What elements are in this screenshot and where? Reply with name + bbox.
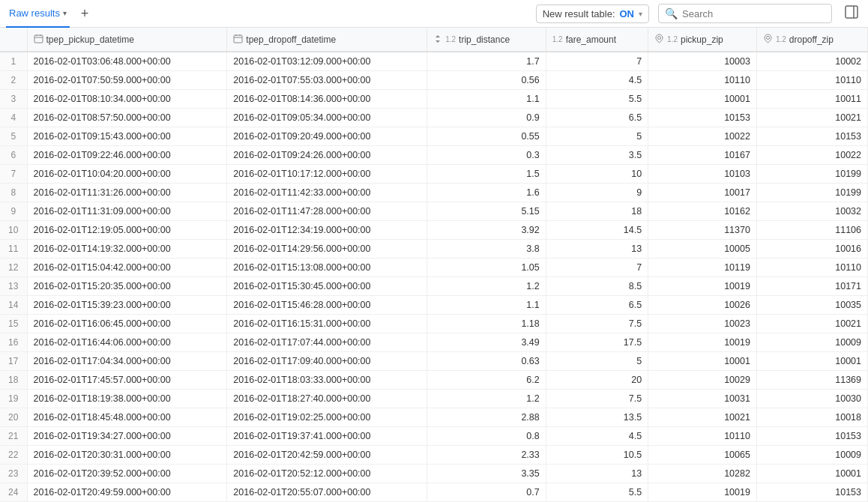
cell-dropoff-datetime: 2016-02-01T16:15:31.000+00:00 — [227, 315, 427, 333]
cell-dropoff-zip: 10153 — [756, 483, 867, 502]
cell-dropoff-zip: 10021 — [756, 109, 867, 127]
cell-pickup-datetime: 2016-02-01T11:31:26.000+00:00 — [27, 184, 227, 202]
cell-rownum: 23 — [0, 465, 27, 483]
cell-trip-distance: 6.2 — [427, 371, 546, 390]
cell-rownum: 21 — [0, 427, 27, 446]
col-header-dropoff-datetime[interactable]: tpep_dropoff_datetime — [227, 28, 427, 52]
cell-fare-amount: 5 — [546, 127, 648, 146]
table-row: 10 2016-02-01T12:19:05.000+00:00 2016-02… — [0, 221, 868, 240]
cell-fare-amount: 10.5 — [546, 446, 648, 465]
cell-pickup-datetime: 2016-02-01T10:04:20.000+00:00 — [27, 165, 227, 184]
table-header-row: tpep_pickup_datetime tpep_dropoff_dateti… — [0, 28, 868, 52]
cell-dropoff-datetime: 2016-02-01T17:07:44.000+00:00 — [227, 333, 427, 352]
cell-trip-distance: 3.8 — [427, 240, 546, 258]
panel-toggle-icon[interactable] — [841, 1, 862, 25]
table-row: 9 2016-02-01T11:31:09.000+00:00 2016-02-… — [0, 202, 868, 221]
cell-pickup-zip: 10031 — [648, 390, 757, 408]
cell-trip-distance: 5.15 — [427, 202, 546, 221]
cell-trip-distance: 3.92 — [427, 221, 546, 240]
cell-pickup-zip: 10001 — [648, 352, 757, 371]
table-row: 17 2016-02-01T17:04:34.000+00:00 2016-02… — [0, 352, 868, 371]
cell-pickup-datetime: 2016-02-01T18:19:38.000+00:00 — [27, 390, 227, 408]
cell-dropoff-datetime: 2016-02-01T18:03:33.000+00:00 — [227, 371, 427, 390]
cell-pickup-zip: 10003 — [648, 52, 757, 71]
cell-dropoff-zip: 10001 — [756, 352, 867, 371]
cell-pickup-datetime: 2016-02-01T20:49:59.000+00:00 — [27, 483, 227, 502]
col-header-trip-distance[interactable]: 1.2 trip_distance — [427, 28, 546, 52]
cell-rownum: 8 — [0, 184, 27, 202]
cell-trip-distance: 0.8 — [427, 427, 546, 446]
cell-fare-amount: 17.5 — [546, 333, 648, 352]
cell-dropoff-datetime: 2016-02-01T15:46:28.000+00:00 — [227, 296, 427, 315]
cell-pickup-datetime: 2016-02-01T16:44:06.000+00:00 — [27, 333, 227, 352]
col-label-dropoff-zip: dropoff_zip — [789, 34, 834, 45]
search-box[interactable]: 🔍 — [658, 4, 832, 23]
cell-fare-amount: 7 — [546, 258, 648, 277]
cell-pickup-zip: 10005 — [648, 240, 757, 258]
cell-fare-amount: 3.5 — [546, 146, 648, 165]
table-row: 18 2016-02-01T17:45:57.000+00:00 2016-02… — [0, 371, 868, 390]
cell-pickup-zip: 10153 — [648, 109, 757, 127]
cell-pickup-datetime: 2016-02-01T17:45:57.000+00:00 — [27, 371, 227, 390]
col-header-pickup-zip[interactable]: 1.2 pickup_zip — [648, 28, 757, 52]
toolbar: Raw results ▾ + New result table: ON ▾ 🔍 — [0, 0, 868, 28]
col-header-rownum — [0, 28, 27, 52]
cell-dropoff-zip: 10110 — [756, 258, 867, 277]
cell-rownum: 14 — [0, 296, 27, 315]
cell-fare-amount: 14.5 — [546, 221, 648, 240]
cell-rownum: 11 — [0, 240, 27, 258]
cell-trip-distance: 3.35 — [427, 465, 546, 483]
cell-pickup-zip: 10019 — [648, 483, 757, 502]
cell-dropoff-datetime: 2016-02-01T19:02:25.000+00:00 — [227, 408, 427, 427]
toolbar-right: New result table: ON ▾ 🔍 — [536, 1, 862, 25]
new-result-toggle[interactable]: New result table: ON ▾ — [536, 4, 649, 23]
table-row: 16 2016-02-01T16:44:06.000+00:00 2016-02… — [0, 333, 868, 352]
table-row: 13 2016-02-01T15:20:35.000+00:00 2016-02… — [0, 277, 868, 296]
cell-rownum: 24 — [0, 483, 27, 502]
cell-dropoff-datetime: 2016-02-01T15:13:08.000+00:00 — [227, 258, 427, 277]
table-row: 4 2016-02-01T08:57:50.000+00:00 2016-02-… — [0, 109, 868, 127]
cell-rownum: 3 — [0, 90, 27, 109]
table-row: 2 2016-02-01T07:50:59.000+00:00 2016-02-… — [0, 71, 868, 90]
cell-rownum: 5 — [0, 127, 27, 146]
table-row: 24 2016-02-01T20:49:59.000+00:00 2016-02… — [0, 483, 868, 502]
search-input[interactable] — [682, 8, 825, 19]
col-label-trip-distance: trip_distance — [459, 34, 510, 45]
cell-pickup-datetime: 2016-02-01T03:06:48.000+00:00 — [27, 52, 227, 71]
cell-pickup-datetime: 2016-02-01T15:04:42.000+00:00 — [27, 258, 227, 277]
cell-trip-distance: 0.63 — [427, 352, 546, 371]
svg-rect-2 — [34, 35, 43, 43]
raw-results-tab[interactable]: Raw results ▾ — [6, 0, 70, 28]
col-header-dropoff-zip[interactable]: 1.2 dropoff_zip — [756, 28, 867, 52]
data-table: tpep_pickup_datetime tpep_dropoff_dateti… — [0, 28, 868, 502]
cell-dropoff-zip: 10009 — [756, 333, 867, 352]
cell-dropoff-datetime: 2016-02-01T08:14:36.000+00:00 — [227, 90, 427, 109]
cell-dropoff-zip: 10153 — [756, 427, 867, 446]
cell-pickup-datetime: 2016-02-01T15:20:35.000+00:00 — [27, 277, 227, 296]
add-tab-button[interactable]: + — [76, 4, 94, 22]
cell-rownum: 1 — [0, 52, 27, 71]
cell-dropoff-datetime: 2016-02-01T19:37:41.000+00:00 — [227, 427, 427, 446]
cell-pickup-datetime: 2016-02-01T14:19:32.000+00:00 — [27, 240, 227, 258]
cell-rownum: 9 — [0, 202, 27, 221]
cell-pickup-zip: 10022 — [648, 127, 757, 146]
cell-rownum: 10 — [0, 221, 27, 240]
col-header-fare-amount[interactable]: 1.2 fare_amount — [546, 28, 648, 52]
cell-rownum: 17 — [0, 352, 27, 371]
cell-fare-amount: 13.5 — [546, 408, 648, 427]
cell-pickup-zip: 10110 — [648, 427, 757, 446]
svg-rect-6 — [234, 35, 242, 43]
table-row: 14 2016-02-01T15:39:23.000+00:00 2016-02… — [0, 296, 868, 315]
cell-trip-distance: 1.05 — [427, 258, 546, 277]
table-row: 7 2016-02-01T10:04:20.000+00:00 2016-02-… — [0, 165, 868, 184]
cell-trip-distance: 1.18 — [427, 315, 546, 333]
cell-dropoff-zip: 10001 — [756, 465, 867, 483]
col-header-pickup-datetime[interactable]: tpep_pickup_datetime — [27, 28, 227, 52]
cell-dropoff-zip: 11106 — [756, 221, 867, 240]
cell-pickup-zip: 10017 — [648, 184, 757, 202]
cell-pickup-datetime: 2016-02-01T09:22:46.000+00:00 — [27, 146, 227, 165]
col-label-fare-amount: fare_amount — [566, 34, 616, 45]
cell-pickup-datetime: 2016-02-01T20:39:52.000+00:00 — [27, 465, 227, 483]
svg-point-10 — [658, 37, 661, 40]
cell-fare-amount: 13 — [546, 465, 648, 483]
